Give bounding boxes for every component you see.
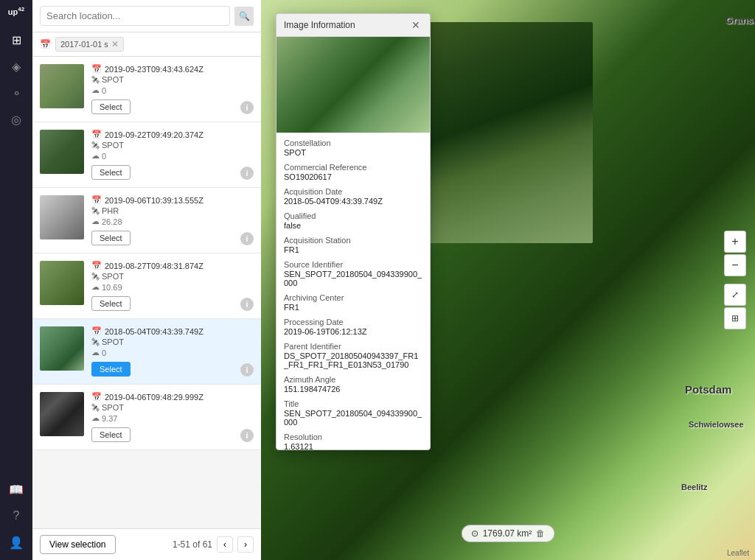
city-label-beelitz: Beelitz: [681, 483, 707, 491]
satellite-icon-2: 🛰: [91, 141, 100, 150]
cloud-icon-1: ☁: [91, 85, 100, 95]
select-button-3[interactable]: Select: [91, 231, 131, 245]
select-button-4[interactable]: Select: [91, 296, 131, 311]
modal-label-commercial-ref: Commercial Reference: [284, 163, 422, 172]
result-cloud-1: ☁ 0: [91, 85, 254, 95]
result-sensor-6: 🛰 SPOT: [91, 403, 254, 412]
nav-cube[interactable]: ◈: [4, 55, 28, 79]
view-selection-button[interactable]: View selection: [40, 535, 116, 554]
modal-label-resolution: Resolution: [284, 433, 422, 441]
result-thumbnail-3: [40, 195, 84, 239]
result-thumbnail-5: [40, 326, 84, 371]
result-date-6: 📅 2019-04-06T09:48:29.999Z: [91, 392, 254, 402]
nav-globe[interactable]: ◎: [4, 108, 28, 132]
result-cloud-3: ☁ 26.28: [91, 217, 254, 226]
leaflet-credit: Leaflet: [727, 549, 749, 557]
calendar-icon: 📅: [40, 39, 51, 49]
modal-value-processing-date: 2019-06-19T06:12:13Z: [284, 327, 422, 336]
result-cloud-5: ☁ 0: [91, 348, 254, 357]
filter-tag-remove[interactable]: ✕: [111, 39, 119, 49]
modal-field-title: Title SEN_SPOT7_20180504_094339900_000: [284, 399, 422, 427]
modal-field-acquisition-station: Acquisition Station FR1: [284, 236, 422, 254]
modal-title: Image Information: [284, 20, 355, 30]
satellite-icon-6: 🛰: [91, 403, 100, 412]
modal-label-acquisition-station: Acquisition Station: [284, 236, 422, 245]
result-sensor-3: 🛰 PHR: [91, 206, 254, 215]
delete-scale-icon[interactable]: 🗑: [536, 528, 545, 539]
modal-field-archiving-center: Archiving Center FR1: [284, 293, 422, 312]
sidebar-header: 🔍: [32, 0, 261, 32]
results-list: 📅 2019-09-23T09:43:43.624Z 🛰 SPOT ☁ 0 Se…: [32, 57, 261, 528]
modal-value-parent-id: DS_SPOT7_201805040943397_FR1_FR1_FR1_FR1…: [284, 351, 422, 369]
nav-help[interactable]: ?: [4, 504, 28, 528]
result-sensor-5: 🛰 SPOT: [91, 337, 254, 346]
result-item-1: 📅 2019-09-23T09:43:43.624Z 🛰 SPOT ☁ 0 Se…: [32, 57, 261, 122]
next-page-button[interactable]: ›: [237, 536, 254, 553]
layers-map-button[interactable]: ⊞: [724, 307, 746, 329]
map-controls: + − ⤢ ⊞: [724, 231, 746, 329]
map-scale: ⊙ 1769.07 km² 🗑: [462, 525, 555, 542]
nav-layers[interactable]: ⊞: [4, 29, 28, 52]
satellite-icon-5: 🛰: [91, 337, 100, 346]
info-button-6[interactable]: i: [240, 429, 254, 442]
modal-label-title: Title: [284, 399, 422, 408]
prev-page-button[interactable]: ‹: [217, 536, 233, 553]
info-button-5[interactable]: i: [240, 363, 254, 377]
modal-value-constellation: SPOT: [284, 148, 422, 157]
calendar-icon-4: 📅: [91, 261, 102, 270]
calendar-icon-3: 📅: [91, 195, 102, 205]
search-button[interactable]: 🔍: [234, 7, 254, 26]
modal-value-source-id: SEN_SPOT7_20180504_094339900_000: [284, 270, 422, 287]
select-button-6[interactable]: Select: [91, 427, 131, 442]
map-area[interactable]: Gransee Zehdenick Friedrichswald Potsdam…: [261, 0, 755, 560]
result-meta-5: 📅 2018-05-04T09:43:39.749Z 🛰 SPOT ☁ 0 Se…: [91, 326, 254, 377]
zoom-in-button[interactable]: +: [724, 231, 746, 253]
select-button-2[interactable]: Select: [91, 165, 131, 180]
modal-value-azimuth: 151.198474726: [284, 385, 422, 393]
city-label-gransee: Gransee: [726, 15, 755, 26]
modal-close-button[interactable]: ✕: [409, 18, 422, 32]
result-cloud-6: ☁ 9.37: [91, 413, 254, 423]
cloud-icon-5: ☁: [91, 348, 100, 357]
modal-field-azimuth: Azimuth Angle 151.198474726: [284, 375, 422, 393]
modal-value-commercial-ref: SO19020617: [284, 172, 422, 181]
result-cloud-2: ☁ 0: [91, 151, 254, 161]
image-information-modal: Image Information ✕ Constellation SPOT C…: [276, 13, 431, 450]
modal-field-parent-id: Parent Identifier DS_SPOT7_2018050409433…: [284, 342, 422, 369]
scale-icon: ⊙: [471, 528, 479, 539]
search-input[interactable]: [40, 6, 230, 26]
select-button-1[interactable]: Select: [91, 99, 131, 114]
city-label-schwielowsee: Schwielowsee: [689, 420, 744, 429]
calendar-icon-6: 📅: [91, 392, 102, 402]
modal-label-constellation: Constellation: [284, 139, 422, 147]
left-navigation: up42 ⊞ ◈ ⚬ ◎ 📖 ? 👤: [0, 0, 32, 560]
select-button-5[interactable]: Select: [91, 362, 131, 377]
modal-body: Constellation SPOT Commercial Reference …: [276, 133, 430, 449]
filter-tag-label: 2017-01-01 s: [60, 40, 108, 49]
nav-book[interactable]: 📖: [4, 477, 28, 501]
result-sensor-4: 🛰 SPOT: [91, 272, 254, 281]
filter-tag-date: 2017-01-01 s ✕: [55, 37, 124, 52]
info-button-3[interactable]: i: [240, 232, 254, 245]
modal-field-qualified: Qualified false: [284, 211, 422, 230]
result-item-5: 📅 2018-05-04T09:43:39.749Z 🛰 SPOT ☁ 0 Se…: [32, 319, 261, 385]
pagination-text: 1-51 of 61: [173, 539, 212, 550]
info-button-2[interactable]: i: [240, 167, 254, 180]
info-button-4[interactable]: i: [240, 298, 254, 311]
modal-label-parent-id: Parent Identifier: [284, 342, 422, 351]
zoom-out-button[interactable]: −: [724, 254, 746, 276]
modal-label-qualified: Qualified: [284, 211, 422, 220]
calendar-icon-2: 📅: [91, 130, 102, 139]
fullscreen-button[interactable]: ⤢: [724, 284, 746, 306]
nav-user[interactable]: 👤: [4, 531, 28, 554]
modal-value-acquisition-station: FR1: [284, 245, 422, 254]
result-meta-1: 📅 2019-09-23T09:43:43.624Z 🛰 SPOT ☁ 0 Se…: [91, 64, 254, 114]
pagination: 1-51 of 61 ‹ ›: [173, 536, 254, 553]
modal-label-archiving-center: Archiving Center: [284, 293, 422, 302]
result-meta-2: 📅 2019-09-22T09:49:20.374Z 🛰 SPOT ☁ 0 Se…: [91, 130, 254, 180]
modal-value-qualified: false: [284, 221, 422, 230]
info-button-1[interactable]: i: [240, 101, 254, 114]
cloud-icon-2: ☁: [91, 151, 100, 161]
nav-people[interactable]: ⚬: [4, 82, 28, 105]
modal-label-acquisition-date: Acquisition Date: [284, 187, 422, 196]
